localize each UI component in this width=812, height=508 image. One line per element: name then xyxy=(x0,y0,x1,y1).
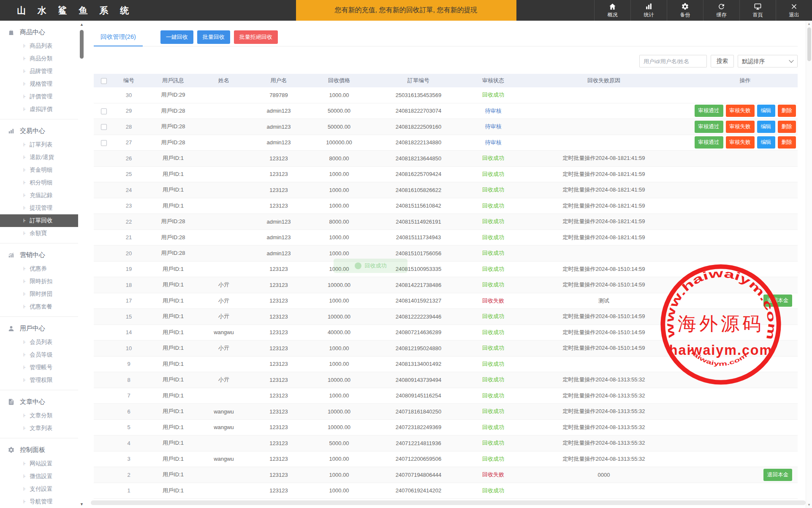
sidebar-item-限時折扣[interactable]: ⊦限時折扣 xyxy=(0,275,78,288)
header-nav-退出[interactable]: 退出 xyxy=(776,0,812,21)
sidebar-item-优惠券[interactable]: ⊦优惠券 xyxy=(0,262,78,275)
toolbar-button-一鍵回收[interactable]: 一鍵回收 xyxy=(160,30,193,44)
row-username: 123123 xyxy=(245,345,312,351)
sort-select[interactable]: 默認排序 xyxy=(738,55,798,68)
sidebar-item-优惠套餐[interactable]: ⊦优惠套餐 xyxy=(0,300,78,313)
branch-icon: ⊦ xyxy=(23,205,26,211)
sidebar-item-商品列表[interactable]: ⊦商品列表 xyxy=(0,40,78,52)
row-checkbox[interactable] xyxy=(101,124,107,130)
sidebar-section-title[interactable]: 文章中心 xyxy=(0,395,78,409)
delete-button[interactable]: 删除 xyxy=(778,136,796,149)
sidebar-item-支付設置[interactable]: ⊦支付設置 xyxy=(0,483,78,495)
sidebar-scrollbar-thumb[interactable] xyxy=(80,30,84,59)
sidebar-item-管理权限[interactable]: ⊦管理权限 xyxy=(0,374,78,386)
sidebar-item-label: 余額寶 xyxy=(30,230,47,237)
sidebar-section-title[interactable]: 交易中心 xyxy=(0,124,78,138)
approve-button[interactable]: 审核通过 xyxy=(695,105,723,117)
toolbar-buttons: 一鍵回收批量回收批量拒絕回收 xyxy=(160,30,278,44)
row-username: 123123 xyxy=(245,171,312,177)
row-user-info: 用戶ID:29 xyxy=(144,91,203,99)
row-id: 28 xyxy=(114,124,144,130)
sidebar-item-虚拟評價[interactable]: ⊦虚拟評價 xyxy=(0,103,78,116)
sidebar-item-微信設置[interactable]: ⊦微信設置 xyxy=(0,470,78,483)
select-all-checkbox[interactable] xyxy=(101,78,107,84)
sidebar-item-文章分類[interactable]: ⊦文章分類 xyxy=(0,409,78,422)
sidebar-item-訂單回收[interactable]: ⊦訂單回收 xyxy=(0,214,78,227)
sidebar-item-退款/退貨[interactable]: ⊦退款/退貨 xyxy=(0,151,78,164)
row-name: wangwu xyxy=(203,329,245,335)
edit-button[interactable]: 编辑 xyxy=(757,136,775,149)
sidebar-item-会员等级[interactable]: ⊦会员等级 xyxy=(0,349,78,361)
row-order-no: 250316135453569 xyxy=(366,92,471,98)
row-name: 小亓 xyxy=(203,376,245,384)
row-fail-reason: 定时批量操作2024-08-1313:55:32 xyxy=(515,408,693,415)
sidebar-section: 交易中心⊦訂單列表⊦退款/退貨⊦资金明细⊦积分明细⊦充值記錄⊦提現管理⊦訂單回收… xyxy=(0,119,78,243)
row-checkbox[interactable] xyxy=(101,140,107,146)
edit-button[interactable]: 编辑 xyxy=(757,121,775,133)
header-nav-首頁[interactable]: 首頁 xyxy=(739,0,776,21)
approve-button[interactable]: 审核通过 xyxy=(695,136,723,149)
row-name: 小亓 xyxy=(203,297,245,305)
sidebar-section-title[interactable]: 营销中心 xyxy=(0,248,78,262)
sidebar-item-网站設置[interactable]: ⊦网站設置 xyxy=(0,457,78,470)
sidebar-item-品牌管理[interactable]: ⊦品牌管理 xyxy=(0,65,78,78)
sidebar-item-label: 支付設置 xyxy=(30,485,52,493)
scroll-up-icon[interactable]: ▲ xyxy=(78,22,85,27)
row-username: 123123 xyxy=(245,187,312,193)
sidebar-item-规格管理[interactable]: ⊦规格管理 xyxy=(0,78,78,90)
sidebar-item-label: 訂單列表 xyxy=(30,141,52,149)
scroll-down-icon[interactable]: ▼ xyxy=(78,502,85,506)
refund-button[interactable]: 退回本金 xyxy=(763,469,792,481)
delete-button[interactable]: 删除 xyxy=(778,121,796,133)
sidebar-item-商品分類[interactable]: ⊦商品分類 xyxy=(0,52,78,65)
sidebar-item-評價管理[interactable]: ⊦評價管理 xyxy=(0,90,78,103)
sidebar-item-訂單列表[interactable]: ⊦訂單列表 xyxy=(0,138,78,151)
reject-button[interactable]: 审核失败 xyxy=(726,136,755,149)
approve-button[interactable]: 审核通过 xyxy=(695,121,723,133)
status-badge: 待审核 xyxy=(485,139,502,146)
header-nav-备份[interactable]: 备份 xyxy=(667,0,703,21)
reject-button[interactable]: 审核失败 xyxy=(726,121,755,133)
toolbar-button-批量回收[interactable]: 批量回收 xyxy=(197,30,230,44)
sidebar-item-label: 品牌管理 xyxy=(30,68,52,75)
sidebar-item-资金明细[interactable]: ⊦资金明细 xyxy=(0,164,78,176)
horizontal-scrollbar[interactable] xyxy=(91,500,806,505)
tab-recycle-management[interactable]: 回收管理(26) xyxy=(94,28,143,46)
sidebar-item-会员列表[interactable]: ⊦会员列表 xyxy=(0,336,78,349)
sidebar-item-限时拼団[interactable]: ⊦限时拼団 xyxy=(0,288,78,300)
refund-button[interactable]: 退回本金 xyxy=(763,295,792,307)
notification-banner[interactable]: 您有新的充值, 您有新的回收訂單, 您有新的提現 xyxy=(296,0,516,21)
window-scrollbar-thumb[interactable] xyxy=(807,27,811,61)
window-scrollbar[interactable]: ▲ ▼ xyxy=(806,21,812,508)
reject-button[interactable]: 审核失败 xyxy=(726,105,755,117)
sidebar-section-title[interactable]: 商品中心 xyxy=(0,25,78,40)
edit-button[interactable]: 编辑 xyxy=(757,105,775,117)
row-order-no: 240718161840250 xyxy=(366,408,471,415)
sidebar-section-title[interactable]: 用戶中心 xyxy=(0,321,78,336)
row-order-no: 240707194806444 xyxy=(366,472,471,478)
scroll-up-icon[interactable]: ▲ xyxy=(806,22,812,26)
column-header: 用户名 xyxy=(245,77,312,84)
row-username: admin123 xyxy=(245,219,312,225)
header-nav-概况[interactable]: 概况 xyxy=(594,0,630,21)
row-checkbox[interactable] xyxy=(101,108,107,114)
delete-button[interactable]: 删除 xyxy=(778,105,796,117)
row-id: 8 xyxy=(114,377,144,383)
search-button[interactable]: 搜索 xyxy=(711,55,734,68)
sidebar-item-余額寶[interactable]: ⊦余額寶 xyxy=(0,227,78,240)
sidebar-item-文章列表[interactable]: ⊦文章列表 xyxy=(0,422,78,435)
scroll-down-icon[interactable]: ▼ xyxy=(806,503,812,507)
search-input[interactable] xyxy=(639,55,707,68)
monitor-icon xyxy=(754,3,762,11)
sidebar-item-导航管理[interactable]: ⊦导航管理 xyxy=(0,495,78,508)
sidebar-item-管理帳号[interactable]: ⊦管理帳号 xyxy=(0,361,78,374)
sidebar-scrollbar[interactable]: ▲ ▼ xyxy=(78,21,85,508)
column-header: 姓名 xyxy=(203,77,245,84)
header-nav-统计[interactable]: 统计 xyxy=(630,0,667,21)
header-nav-缓存[interactable]: 缓存 xyxy=(703,0,739,21)
sidebar-section-title[interactable]: 控制面板 xyxy=(0,443,78,457)
sidebar-item-积分明细[interactable]: ⊦积分明细 xyxy=(0,176,78,189)
sidebar-item-充值記錄[interactable]: ⊦充值記錄 xyxy=(0,189,78,202)
toolbar-button-批量拒絕回收[interactable]: 批量拒絕回收 xyxy=(234,30,278,44)
sidebar-item-提現管理[interactable]: ⊦提現管理 xyxy=(0,202,78,214)
